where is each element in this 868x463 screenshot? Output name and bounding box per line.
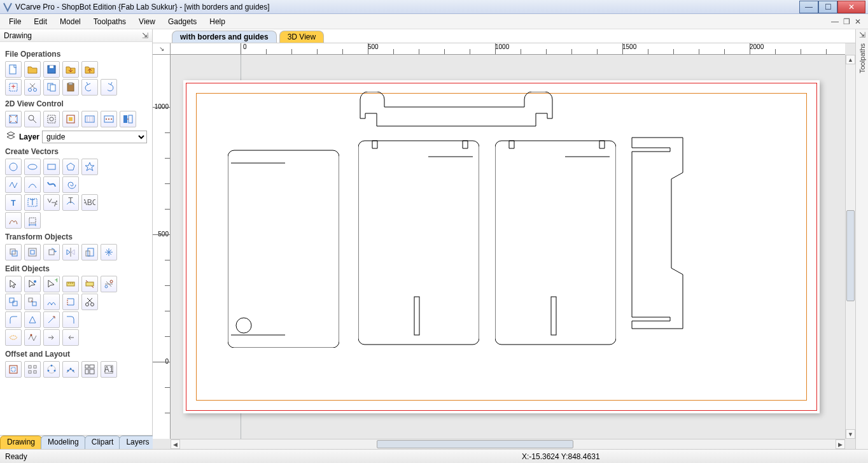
spiral-button[interactable]: [62, 176, 79, 193]
menu-file[interactable]: File: [3, 16, 27, 27]
group-button[interactable]: [5, 294, 22, 310]
select-add-button[interactable]: +: [43, 276, 60, 292]
fillet-right-button[interactable]: [62, 311, 79, 328]
fillet-left-button[interactable]: [5, 311, 22, 328]
doc-tab-2d[interactable]: with borders and guides: [172, 31, 277, 43]
curve-button[interactable]: [43, 176, 60, 193]
ungroup-button[interactable]: [24, 294, 41, 310]
part-1[interactable]: [228, 144, 339, 348]
nest-button[interactable]: [81, 361, 98, 378]
increment-button[interactable]: +: [5, 79, 22, 96]
trim-button[interactable]: [101, 276, 117, 292]
join-measure-button[interactable]: [81, 276, 98, 292]
part-2[interactable]: [358, 134, 479, 348]
direction-button[interactable]: [43, 329, 60, 346]
doc-tab-3d[interactable]: 3D View: [279, 31, 324, 43]
menu-gadgets[interactable]: Gadgets: [162, 16, 203, 27]
zoom-fit-button[interactable]: [5, 111, 22, 127]
canvas[interactable]: [171, 55, 845, 439]
align-button[interactable]: [24, 244, 41, 260]
hscroll-thumb[interactable]: [377, 440, 573, 448]
fit-curves-button[interactable]: [5, 329, 22, 346]
measure-button[interactable]: [62, 276, 79, 292]
export-button[interactable]: [81, 61, 98, 78]
scale-button[interactable]: [81, 244, 98, 260]
mdi-close-button[interactable]: ✕: [853, 17, 863, 27]
copy-button[interactable]: [43, 79, 60, 96]
star-button[interactable]: [81, 159, 98, 175]
ruler-origin-icon[interactable]: ↘: [153, 43, 171, 55]
cut-vector-button[interactable]: [81, 294, 98, 310]
import-button[interactable]: [62, 61, 79, 78]
text-outline-button[interactable]: ABC: [81, 194, 98, 211]
circle-button[interactable]: [5, 159, 22, 175]
toggle-guides-button[interactable]: [81, 111, 98, 127]
undo-button[interactable]: [81, 79, 98, 96]
new-file-button[interactable]: [5, 61, 22, 78]
menu-toolpaths[interactable]: Toolpaths: [87, 16, 132, 27]
vertical-scrollbar[interactable]: ▲ ▼: [845, 55, 855, 439]
menu-view[interactable]: View: [132, 16, 162, 27]
menu-model[interactable]: Model: [53, 16, 87, 27]
plate-layout-button[interactable]: A1: [101, 361, 117, 378]
tab-drawing[interactable]: Drawing: [0, 436, 42, 449]
tab-layers[interactable]: Layers: [119, 436, 156, 449]
scroll-down-button[interactable]: ▼: [846, 429, 855, 439]
node-edit-button[interactable]: [24, 276, 41, 292]
vector-validator-button[interactable]: [24, 329, 41, 346]
rectangle-button[interactable]: [43, 159, 60, 175]
menu-edit[interactable]: Edit: [27, 16, 53, 27]
close-vector-button[interactable]: [62, 294, 79, 310]
array-button[interactable]: [24, 361, 41, 378]
part-3[interactable]: [495, 134, 616, 348]
toolpaths-tab[interactable]: Toolpaths: [858, 41, 866, 76]
dimension-button[interactable]: [24, 212, 41, 229]
distort-button[interactable]: [101, 244, 117, 260]
zoom-window-button[interactable]: [43, 111, 60, 127]
layer-select[interactable]: guide: [42, 131, 147, 143]
arc-button[interactable]: [24, 176, 41, 193]
mdi-minimize-button[interactable]: —: [830, 17, 840, 27]
reverse-button[interactable]: [62, 329, 79, 346]
menu-help[interactable]: Help: [203, 16, 232, 27]
polyline-button[interactable]: [5, 176, 22, 193]
mirror-button[interactable]: [62, 244, 79, 260]
redo-button[interactable]: [101, 79, 117, 96]
save-file-button[interactable]: [43, 61, 60, 78]
ellipse-button[interactable]: [24, 159, 41, 175]
tab-clipart[interactable]: Clipart: [85, 436, 121, 449]
fillet-triangle-button[interactable]: [24, 311, 41, 328]
edit-text-button[interactable]: AB: [43, 194, 60, 211]
extend-button[interactable]: [43, 311, 60, 328]
tab-modeling[interactable]: Modeling: [41, 436, 86, 449]
text-button[interactable]: T: [5, 194, 22, 211]
mdi-restore-button[interactable]: ❐: [841, 17, 851, 27]
open-file-button[interactable]: [24, 61, 41, 78]
close-button[interactable]: ✕: [837, 1, 865, 13]
move-button[interactable]: [5, 244, 22, 260]
rotate-button[interactable]: [43, 244, 60, 260]
text-box-button[interactable]: T: [24, 194, 41, 211]
zoom-selection-button[interactable]: [62, 111, 79, 127]
trace-button[interactable]: [5, 212, 22, 229]
scroll-left-button[interactable]: ◀: [171, 439, 180, 449]
cut-button[interactable]: [24, 79, 41, 96]
maximize-button[interactable]: ☐: [818, 1, 837, 13]
horizontal-scrollbar[interactable]: ◀ ▶: [171, 439, 845, 449]
scroll-right-button[interactable]: ▶: [836, 439, 845, 449]
horizontal-ruler[interactable]: 0 500 1000 1500 2000: [171, 43, 845, 55]
polygon-button[interactable]: [62, 159, 79, 175]
view-toggle-button[interactable]: [120, 111, 136, 127]
right-pin-icon[interactable]: ⇲: [859, 31, 865, 39]
vertical-ruler[interactable]: 0 500 1000: [153, 55, 171, 439]
join-button[interactable]: [43, 294, 60, 310]
circular-array-button[interactable]: [43, 361, 60, 378]
zoom-button[interactable]: [24, 111, 41, 127]
part-5[interactable]: [358, 92, 556, 127]
pin-icon[interactable]: ⇲: [142, 31, 148, 40]
copy-along-button[interactable]: [62, 361, 79, 378]
select-button[interactable]: [5, 276, 22, 292]
paste-button[interactable]: [62, 79, 79, 96]
part-4[interactable]: [629, 134, 686, 335]
text-on-curve-button[interactable]: T: [62, 194, 79, 211]
